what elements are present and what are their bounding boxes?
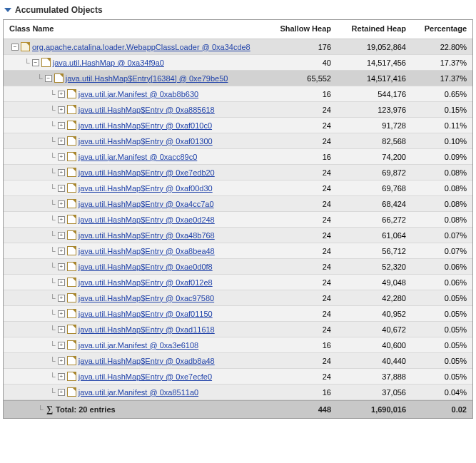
tree-expand-icon[interactable]: +	[58, 216, 65, 223]
table-row[interactable]: └+java.util.HashMap$Entry @ 0xaf01150244…	[4, 306, 472, 322]
tree-expand-icon[interactable]: +	[58, 373, 65, 380]
percentage-value: 0.06%	[406, 278, 467, 287]
tree-collapse-icon[interactable]: −	[32, 59, 39, 66]
retained-heap-value: 66,272	[331, 215, 406, 224]
class-link[interactable]: java.util.HashMap$Entry @ 0xaf010c0	[79, 121, 212, 130]
table-row[interactable]: └−java.util.HashMap$Entry[16384] @ 0xe79…	[4, 71, 472, 86]
class-link[interactable]: java.util.HashMap$Entry @ 0xae0d248	[79, 215, 215, 224]
class-link[interactable]: java.util.HashMap$Entry @ 0xadb8a48	[79, 357, 215, 365]
tree-branch-icon: └	[50, 388, 56, 397]
table-row[interactable]: └+java.util.HashMap$Entry @ 0xae0d0f8245…	[4, 259, 472, 275]
tree-branch-icon: └	[50, 231, 56, 240]
percentage-value: 17.37%	[406, 74, 467, 83]
table-row[interactable]: └+java.util.HashMap$Entry @ 0xaf00d30246…	[4, 180, 472, 196]
tree-expand-icon[interactable]: +	[58, 122, 65, 129]
table-row[interactable]: └+java.util.HashMap$Entry @ 0xa885618241…	[4, 102, 472, 118]
class-link[interactable]: java.util.HashMap$Entry @ 0xa4cc7a0	[79, 200, 214, 208]
tree-expand-icon[interactable]: +	[58, 310, 65, 317]
section-header[interactable]: Accumulated Objects	[3, 3, 473, 19]
tree-expand-icon[interactable]: +	[58, 342, 65, 349]
class-file-icon	[41, 58, 51, 67]
class-link[interactable]: java.util.HashMap$Entry @ 0xa885618	[79, 106, 215, 114]
class-link[interactable]: java.util.HashMap$Entry @ 0xaf012e8	[79, 278, 213, 287]
class-link[interactable]: java.util.HashMap$Entry @ 0xaf00d30	[79, 184, 213, 193]
class-link[interactable]: java.util.jar.Manifest @ 0xa8511a0	[79, 388, 198, 397]
tree-collapse-icon[interactable]: −	[11, 44, 19, 51]
table-row[interactable]: └+java.util.jar.Manifest @ 0xa3e61081640…	[4, 337, 472, 353]
class-link[interactable]: java.util.HashMap$Entry @ 0xaf01300	[79, 137, 213, 146]
tree-expand-icon[interactable]: +	[58, 106, 65, 113]
table-row[interactable]: └+java.util.HashMap$Entry @ 0xe7ecfe0243…	[4, 369, 472, 385]
shallow-heap-value: 24	[263, 184, 331, 193]
table-row[interactable]: −org.apache.catalina.loader.WebappClassL…	[4, 39, 472, 55]
tree-expand-icon[interactable]: +	[58, 185, 65, 192]
class-link[interactable]: java.util.HashMap @ 0xa34f9a0	[53, 58, 164, 67]
table-row[interactable]: └+java.util.HashMap$Entry @ 0xad11618244…	[4, 322, 472, 337]
retained-heap-value: 40,600	[331, 341, 406, 350]
table-row[interactable]: └+java.util.HashMap$Entry @ 0xadb8a48244…	[4, 353, 472, 369]
tree-expand-icon[interactable]: +	[58, 169, 65, 176]
tree-expand-icon[interactable]: +	[58, 295, 65, 302]
tree-expand-icon[interactable]: +	[58, 263, 65, 270]
class-file-icon	[67, 215, 76, 224]
class-link[interactable]: java.util.HashMap$Entry @ 0xa8bea48	[79, 247, 215, 255]
col-header-classname[interactable]: Class Name	[9, 24, 263, 33]
retained-heap-value: 68,424	[331, 200, 406, 208]
class-file-icon	[67, 356, 76, 365]
table-row[interactable]: └+java.util.jar.Manifest @ 0xa8511a01637…	[4, 385, 472, 400]
table-row[interactable]: └−java.util.HashMap @ 0xa34f9a04014,517,…	[4, 55, 472, 71]
class-file-icon	[67, 152, 76, 161]
class-link[interactable]: java.util.HashMap$Entry @ 0xae0d0f8	[79, 263, 213, 271]
tree-collapse-icon[interactable]: −	[45, 75, 52, 82]
retained-heap-value: 69,872	[331, 168, 406, 177]
tree-expand-icon[interactable]: +	[58, 200, 65, 208]
class-file-icon	[67, 387, 76, 397]
tree-expand-icon[interactable]: +	[58, 389, 65, 396]
col-header-shallow[interactable]: Shallow Heap	[263, 24, 331, 33]
table-row[interactable]: └+java.util.jar.Manifest @ 0xacc89c01674…	[4, 149, 472, 165]
table-row[interactable]: └+java.util.HashMap$Entry @ 0xaf01300248…	[4, 133, 472, 149]
retained-heap-value: 61,064	[331, 231, 406, 240]
shallow-heap-value: 24	[263, 121, 331, 130]
tree-branch-icon: └	[50, 90, 56, 98]
percentage-value: 22.80%	[406, 43, 467, 51]
table-row[interactable]: └+java.util.HashMap$Entry @ 0xa8bea48245…	[4, 243, 472, 259]
class-link[interactable]: java.util.HashMap$Entry @ 0xad11618	[79, 325, 215, 334]
tree-branch-icon: └	[50, 325, 56, 334]
class-link[interactable]: java.util.HashMap$Entry[16384] @ 0xe79be…	[66, 74, 228, 83]
table-row[interactable]: └+java.util.HashMap$Entry @ 0xaf012e8244…	[4, 275, 472, 290]
class-link[interactable]: java.util.HashMap$Entry @ 0xac97580	[79, 294, 214, 302]
tree-expand-icon[interactable]: +	[58, 248, 65, 255]
class-link[interactable]: java.util.HashMap$Entry @ 0xaf01150	[79, 310, 213, 318]
col-header-percentage[interactable]: Percentage	[406, 24, 467, 33]
table-row[interactable]: └+java.util.HashMap$Entry @ 0xaf010c0249…	[4, 118, 472, 133]
shallow-heap-value: 24	[263, 263, 331, 271]
class-link[interactable]: org.apache.catalina.loader.WebappClassLo…	[32, 43, 250, 51]
class-link[interactable]: java.util.HashMap$Entry @ 0xe7edb20	[79, 168, 215, 177]
class-link[interactable]: java.util.jar.Manifest @ 0xa3e6108	[79, 341, 198, 350]
shallow-heap-value: 24	[263, 325, 331, 334]
percentage-value: 0.05%	[406, 357, 467, 365]
tree-expand-icon[interactable]: +	[58, 138, 65, 145]
tree-expand-icon[interactable]: +	[58, 279, 65, 286]
table-row[interactable]: └+java.util.HashMap$Entry @ 0xe7edb20246…	[4, 165, 472, 180]
tree-expand-icon[interactable]: +	[58, 326, 65, 333]
tree-expand-icon[interactable]: +	[58, 357, 65, 365]
tree-expand-icon[interactable]: +	[58, 91, 65, 98]
class-link[interactable]: java.util.HashMap$Entry @ 0xe7ecfe0	[79, 372, 212, 381]
tree-expand-icon[interactable]: +	[58, 232, 65, 239]
class-link[interactable]: java.util.jar.Manifest @ 0xacc89c0	[79, 153, 197, 161]
shallow-heap-value: 176	[263, 43, 331, 51]
table-row[interactable]: └+java.util.jar.Manifest @ 0xab8b6301654…	[4, 86, 472, 102]
table-row[interactable]: └+java.util.HashMap$Entry @ 0xa48b768246…	[4, 228, 472, 243]
col-header-retained[interactable]: Retained Heap	[331, 24, 406, 33]
table-row[interactable]: └+java.util.HashMap$Entry @ 0xac97580244…	[4, 290, 472, 306]
tree-expand-icon[interactable]: +	[58, 153, 65, 161]
table-row[interactable]: └+java.util.HashMap$Entry @ 0xa4cc7a0246…	[4, 196, 472, 212]
table-body: −org.apache.catalina.loader.WebappClassL…	[4, 39, 472, 400]
class-link[interactable]: java.util.jar.Manifest @ 0xab8b630	[79, 90, 198, 98]
table-row[interactable]: └+java.util.HashMap$Entry @ 0xae0d248246…	[4, 212, 472, 228]
class-link[interactable]: java.util.HashMap$Entry @ 0xa48b768	[79, 231, 215, 240]
tree-branch-icon: └	[50, 278, 56, 287]
retained-heap-value: 74,200	[331, 153, 406, 161]
